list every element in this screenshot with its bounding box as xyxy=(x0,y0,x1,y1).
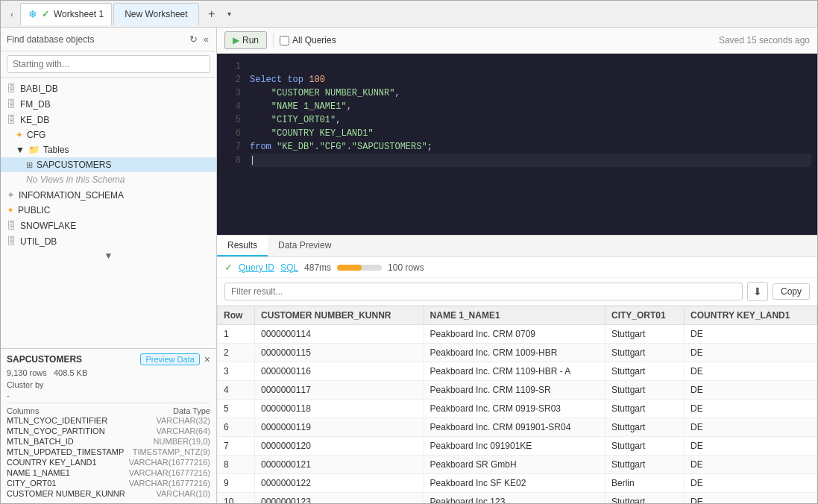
col-type: VARCHAR(32) xyxy=(156,416,210,425)
col-header-customer-number: CUSTOMER NUMBER_KUNNR xyxy=(255,306,424,325)
sidebar-item-ke-db[interactable]: 🗄 KE_DB xyxy=(1,112,216,127)
preview-cols-header: Columns Data Type xyxy=(7,403,210,415)
table-icon: ⊞ xyxy=(26,160,33,170)
back-button[interactable]: ‹ xyxy=(4,6,20,22)
code-line-8: | xyxy=(250,154,811,167)
preview-close-button[interactable]: × xyxy=(204,353,210,365)
preview-col-item: MTLN_CYOC_PARTITIONVARCHAR(64) xyxy=(7,426,210,436)
table-cell: 0000000114 xyxy=(255,325,424,344)
preview-cluster-val: - xyxy=(7,391,210,400)
download-button[interactable]: ⬇ xyxy=(747,282,768,301)
preview-data-badge[interactable]: Preview Data xyxy=(140,353,199,365)
sidebar-item-fm-db[interactable]: 🗄 FM_DB xyxy=(1,96,216,112)
table-cell: Stuttgart xyxy=(605,456,685,474)
sidebar-tree: 🗄 BABI_DB 🗄 FM_DB 🗄 KE_DB ✦ CFG xyxy=(1,78,216,348)
col-type: VARCHAR(16777216) xyxy=(129,479,210,488)
table-cell: Stuttgart xyxy=(605,437,685,456)
tab-dropdown-button[interactable]: ▾ xyxy=(221,6,238,22)
tab-results[interactable]: Results xyxy=(217,236,268,256)
table-cell: Berlin xyxy=(605,474,685,493)
sidebar-search xyxy=(1,51,216,78)
snowflake-icon: ❄ xyxy=(28,8,37,20)
db-icon: 🗄 xyxy=(7,98,16,110)
query-time: 487ms xyxy=(304,262,331,273)
tab-new-worksheet-label: New Worksheet xyxy=(125,9,187,19)
code-line-5: "CITY_ORT01", xyxy=(250,113,811,127)
sidebar-title: Find database objects xyxy=(7,34,94,45)
table-row: 60000000119Peakboard Inc. CRM 091901-SR0… xyxy=(218,418,817,437)
run-button[interactable]: ▶ Run xyxy=(224,31,267,49)
table-cell: 0000000115 xyxy=(255,344,424,362)
table-cell: Stuttgart xyxy=(605,362,685,381)
copy-button[interactable]: Copy xyxy=(773,283,810,300)
table-row: 50000000118Peakboard Inc. CRM 0919-SR03S… xyxy=(218,400,817,418)
col-header-name: NAME 1_NAME1 xyxy=(424,306,605,325)
table-cell: DE xyxy=(685,456,817,474)
collapse-icon[interactable]: « xyxy=(202,32,210,46)
run-icon: ▶ xyxy=(233,35,239,45)
run-label: Run xyxy=(242,35,259,45)
table-row: 80000000121Peakboard SR GmbHStuttgartDE xyxy=(218,456,817,474)
sidebar-item-sapcustomers[interactable]: ⊞ SAPCUSTOMERS xyxy=(1,157,216,172)
sidebar-item-snowflake[interactable]: 🗄 SNOWFLAKE xyxy=(1,218,216,233)
tab-new-worksheet[interactable]: New Worksheet xyxy=(113,3,198,25)
sidebar-item-cfg[interactable]: ✦ CFG xyxy=(1,127,216,142)
toolbar-divider xyxy=(273,33,274,48)
table-cell: Peakboard Inc. CRM 091901-SR04 xyxy=(424,418,605,437)
table-cell: 4 xyxy=(218,381,255,400)
add-tab-button[interactable]: + xyxy=(202,4,221,24)
preview-panel: SAPCUSTOMERS Preview Data × 9,130 rows 4… xyxy=(1,348,216,503)
sidebar-item-label: BABI_DB xyxy=(20,84,58,94)
sidebar: Find database objects ↻ « 🗄 BABI_DB 🗄 xyxy=(1,28,217,503)
col-name: NAME 1_NAME1 xyxy=(7,468,70,477)
no-views-label: No Views in this Schema xyxy=(26,174,125,185)
sidebar-item-information-schema[interactable]: ✦ INFORMATION_SCHEMA xyxy=(1,187,216,203)
table-cell: 6 xyxy=(218,418,255,437)
table-cell: Peakboard Inc 091901KE xyxy=(424,437,605,456)
table-cell: 0000000116 xyxy=(255,362,424,381)
sidebar-item-tables[interactable]: ▼ 📁 Tables xyxy=(1,142,216,157)
code-line-7: from "KE_DB"."CFG"."SAPCUSTOMERS"; xyxy=(250,140,811,154)
col-name: MTLN_CYOC_IDENTIFIER xyxy=(7,416,107,425)
table-cell: DE xyxy=(685,362,817,381)
preview-cluster: Cluster by xyxy=(7,380,210,389)
sidebar-item-label: SNOWFLAKE xyxy=(20,221,76,231)
table-cell: 0000000119 xyxy=(255,418,424,437)
sidebar-item-public[interactable]: ✦ PUBLIC xyxy=(1,203,216,218)
preview-meta: 9,130 rows 408.5 KB xyxy=(7,368,210,377)
table-cell: 10 xyxy=(218,493,255,504)
saved-status: Saved 15 seconds ago xyxy=(719,35,810,45)
sidebar-header: Find database objects ↻ « xyxy=(1,28,216,51)
refresh-icon[interactable]: ↻ xyxy=(188,32,199,46)
status-check-icon: ✓ xyxy=(224,262,233,273)
col-type: VARCHAR(64) xyxy=(156,426,210,435)
filter-input[interactable] xyxy=(224,283,743,300)
folder-icon: 📁 xyxy=(28,145,40,155)
table-cell: 0000000120 xyxy=(255,437,424,456)
tab-bar: ‹ ❄ ✓ Worksheet 1 New Worksheet + ▾ xyxy=(1,1,817,28)
tab-worksheet1[interactable]: ❄ ✓ Worksheet 1 xyxy=(20,3,112,25)
col-header-row: Row xyxy=(218,306,255,325)
table-cell: Peakboard Inc. CRM 1109-SR xyxy=(424,381,605,400)
all-queries-checkbox[interactable]: All Queries xyxy=(280,35,336,45)
preview-columns-list: MTLN_CYOC_IDENTIFIERVARCHAR(32)MTLN_CYOC… xyxy=(7,415,210,499)
search-input[interactable] xyxy=(7,55,210,73)
table-cell: 7 xyxy=(218,437,255,456)
sidebar-item-babi-db[interactable]: 🗄 BABI_DB xyxy=(1,81,216,96)
all-queries-input[interactable] xyxy=(280,36,289,45)
table-cell: Stuttgart xyxy=(605,381,685,400)
sidebar-item-util-db[interactable]: 🗄 UTIL_DB xyxy=(1,233,216,249)
sql-link[interactable]: SQL xyxy=(280,262,298,273)
code-editor[interactable]: 1 2 3 4 5 6 7 8 Select top 100 "CUSTOMER… xyxy=(217,54,817,235)
table-cell: Stuttgart xyxy=(605,400,685,418)
table-cell: Stuttgart xyxy=(605,418,685,437)
query-id-link[interactable]: Query ID xyxy=(239,262,274,273)
sidebar-item-label: SAPCUSTOMERS xyxy=(37,160,111,170)
tab-data-preview[interactable]: Data Preview xyxy=(268,236,342,256)
table-cell: Peakboard Inc 123 xyxy=(424,493,605,504)
preview-col-item: COUNTRY KEY_LAND1VARCHAR(16777216) xyxy=(7,457,210,467)
table-cell: Peakboard SR GmbH xyxy=(424,456,605,474)
col-name: MTLN_UPDATED_TIMESTAMP xyxy=(7,447,124,456)
scroll-down-button[interactable]: ▼ xyxy=(1,249,216,262)
editor-toolbar: ▶ Run All Queries Saved 15 seconds ago xyxy=(217,28,817,54)
